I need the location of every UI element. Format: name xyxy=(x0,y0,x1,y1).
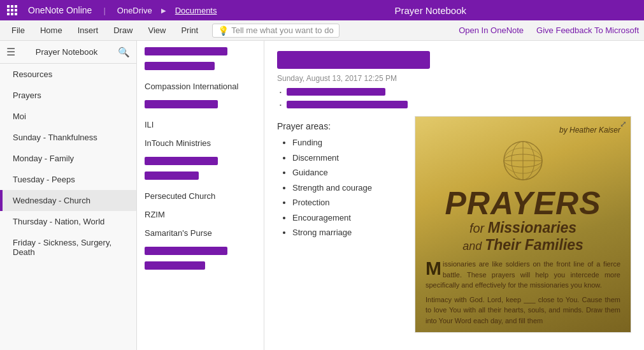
menu-print[interactable]: Print xyxy=(175,23,204,38)
prayer-item-encouragement: Encouragement xyxy=(292,212,404,224)
sections-header: ☰ Prayer Notebook 🔍 xyxy=(0,41,136,64)
book-expand-icon[interactable]: ⤢ xyxy=(620,119,627,129)
book-title-for-missionaries: for Missionaries xyxy=(426,219,620,237)
documents-link[interactable]: Documents xyxy=(175,6,217,15)
title-bar: OneNote Online | OneDrive ▶ Documents Pr… xyxy=(0,0,644,20)
section-wednesday-church[interactable]: Wednesday - Church xyxy=(0,190,136,211)
prayer-item-strength: Strength and courage xyxy=(292,182,404,194)
tell-me-lightbulb-icon: 💡 xyxy=(218,26,229,36)
svg-rect-3 xyxy=(7,9,10,11)
notebook-title: Prayer Notebook xyxy=(223,5,638,16)
svg-rect-2 xyxy=(15,5,17,8)
prayer-item-strong-marriage: Strong marriage xyxy=(292,226,404,239)
book-title-and-families: and Their Families xyxy=(426,237,620,254)
onedrive-link[interactable]: OneDrive xyxy=(117,6,152,15)
page-item-redacted-1[interactable] xyxy=(137,41,264,58)
svg-rect-6 xyxy=(7,13,10,15)
content-area: Sunday, August 13, 2017 12:25 PM • • Pra… xyxy=(264,41,644,350)
bullet-redacted-1: • xyxy=(280,88,631,96)
open-in-onenote-button[interactable]: Open In OneNote xyxy=(459,26,524,35)
page-item-redacted-2[interactable] xyxy=(137,58,264,73)
section-friday-sickness[interactable]: Friday - Sickness, Surgery, Death xyxy=(0,232,136,263)
book-globe-graphic xyxy=(426,138,620,185)
bullet-redacted-2: • xyxy=(280,101,631,108)
page-samaritans-purse[interactable]: Samaritan's Purse xyxy=(137,222,264,240)
prayer-item-funding: Funding xyxy=(292,136,404,149)
book-body-content: issionaries are like soldiers on the fro… xyxy=(426,260,620,289)
page-item-redacted-4[interactable] xyxy=(137,150,264,168)
menu-file[interactable]: File xyxy=(5,23,31,38)
main-layout: ☰ Prayer Notebook 🔍 Resources Prayers Mo… xyxy=(0,41,644,350)
menu-draw[interactable]: Draw xyxy=(107,23,139,38)
svg-rect-0 xyxy=(7,5,10,8)
svg-rect-7 xyxy=(11,13,13,15)
section-moi[interactable]: Moi xyxy=(0,106,136,127)
content-date: Sunday, August 13, 2017 12:25 PM xyxy=(277,74,631,83)
hamburger-icon[interactable]: ☰ xyxy=(6,46,15,58)
app-grid-icon[interactable] xyxy=(6,4,18,16)
prayer-areas-title: Prayer areas: xyxy=(277,121,404,131)
section-sunday-thankfulness[interactable]: Sunday - Thankfulness xyxy=(0,127,136,148)
feedback-button[interactable]: Give Feedback To Microsoft xyxy=(536,26,639,35)
tell-me-box[interactable]: 💡 Tell me what you want to do xyxy=(212,24,339,38)
breadcrumb-arrow: ▶ xyxy=(161,7,166,14)
menu-insert[interactable]: Insert xyxy=(71,23,105,38)
page-ili[interactable]: ILI xyxy=(137,111,264,132)
book-title-prayers: PRAYERS xyxy=(426,187,620,219)
notebook-name-label: Prayer Notebook xyxy=(15,47,118,57)
tell-me-text: Tell me what you want to do xyxy=(231,26,333,35)
menu-view[interactable]: View xyxy=(142,23,173,38)
app-name: OneNote Online xyxy=(28,5,92,15)
menu-home[interactable]: Home xyxy=(34,23,69,38)
menu-bar: File Home Insert Draw View Print 💡 Tell … xyxy=(0,20,644,41)
page-intouch-ministries[interactable]: InTouch Ministries xyxy=(137,132,264,150)
prayer-item-discernment: Discernment xyxy=(292,152,404,164)
book-panel: ⤢ by Heather Kaiser xyxy=(415,116,631,333)
book-intimacy-text: Intimacy with God. Lord, keep ___ close … xyxy=(426,295,620,326)
section-tuesday-peeps[interactable]: Tuesday - Peeps xyxy=(0,169,136,190)
page-item-redacted-6[interactable] xyxy=(137,240,264,258)
svg-rect-1 xyxy=(11,5,13,8)
page-rzim[interactable]: RZIM xyxy=(137,203,264,222)
page-item-redacted-5[interactable] xyxy=(137,168,264,182)
prayer-item-guidance: Guidance xyxy=(292,166,404,179)
drop-cap: M xyxy=(426,259,441,278)
prayer-areas-section: Prayer areas: Funding Discernment Guidan… xyxy=(277,121,404,333)
sections-panel: ☰ Prayer Notebook 🔍 Resources Prayers Mo… xyxy=(0,41,137,350)
section-thursday-nation[interactable]: Thursday - Nation, World xyxy=(0,211,136,232)
page-persecuted-church[interactable]: Persecuted Church xyxy=(137,182,264,203)
page-item-redacted-3[interactable] xyxy=(137,95,264,111)
book-body-text: M issionaries are like soldiers on the f… xyxy=(426,259,620,291)
page-compassion-international[interactable]: Compassion International xyxy=(137,73,264,95)
content-title-bar xyxy=(277,51,430,69)
content-main-row: Prayer areas: Funding Discernment Guidan… xyxy=(277,116,631,333)
page-item-redacted-7[interactable] xyxy=(137,258,264,272)
section-prayers[interactable]: Prayers xyxy=(0,85,136,106)
pages-panel: Compassion International ILI InTouch Min… xyxy=(137,41,264,350)
book-by-line: by Heather Kaiser xyxy=(426,126,620,135)
search-icon[interactable]: 🔍 xyxy=(118,47,130,58)
title-separator: | xyxy=(103,6,105,15)
prayer-item-protection: Protection xyxy=(292,196,404,209)
section-monday-family[interactable]: Monday - Family xyxy=(0,148,136,169)
section-resources[interactable]: Resources xyxy=(0,64,136,85)
svg-rect-4 xyxy=(11,9,13,11)
prayer-list: Funding Discernment Guidance Strength an… xyxy=(277,136,404,239)
svg-rect-8 xyxy=(15,13,17,15)
svg-rect-5 xyxy=(15,9,17,11)
